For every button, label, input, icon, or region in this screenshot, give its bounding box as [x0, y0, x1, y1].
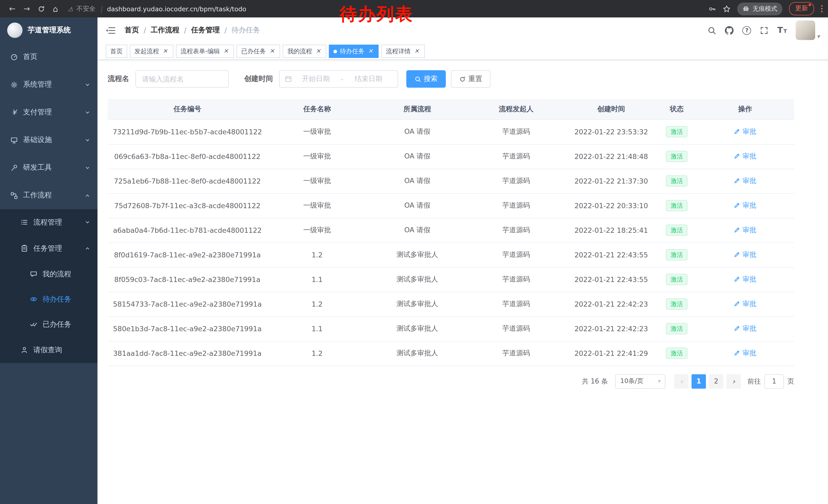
tab-1[interactable]: 发起流程: [130, 45, 173, 58]
fullscreen-icon[interactable]: [760, 26, 769, 35]
tab-close-icon[interactable]: [268, 48, 276, 55]
sidebar-item-workflow[interactable]: 工作流程: [0, 182, 97, 209]
sidebar-item-label: 待办任务: [43, 294, 71, 304]
browser-refresh-icon[interactable]: [34, 2, 48, 16]
tab-2[interactable]: 流程表单-编辑: [176, 45, 234, 58]
workflow-icon: [10, 191, 18, 199]
font-size-icon[interactable]: [777, 26, 787, 34]
tab-5[interactable]: 待办任务: [329, 45, 379, 58]
task-table: 任务编号任务名称所属流程流程发起人创建时间状态操作 73211d9d-7b9b-…: [108, 99, 794, 366]
key-icon[interactable]: [708, 5, 716, 12]
date-range-picker[interactable]: 开始日期 - 结束日期: [279, 70, 398, 88]
approve-label: 审批: [743, 324, 756, 333]
chevron-down-icon: [85, 220, 90, 225]
create-time-label: 创建时间: [244, 74, 273, 84]
jump-input[interactable]: [764, 374, 784, 388]
page-size-select[interactable]: 10条/页: [615, 374, 665, 388]
edit-icon: [734, 325, 741, 332]
start-date-placeholder: 开始日期: [292, 74, 340, 84]
cell-status: 激活: [657, 169, 696, 193]
column-header: 任务名称: [267, 99, 367, 120]
sidebar-toggle-icon[interactable]: [106, 26, 115, 35]
cell-task-id: 75d72608-7b7f-11ec-a3c8-acde48001122: [108, 193, 267, 218]
tab-0[interactable]: 首页: [106, 45, 127, 58]
cell-status: 激活: [657, 316, 696, 341]
sidebar-item-my-process[interactable]: 我的流程: [0, 262, 97, 287]
browser-menu-icon[interactable]: [821, 5, 823, 13]
approve-link[interactable]: 审批: [734, 201, 756, 210]
breadcrumb-item[interactable]: 工作流程: [151, 26, 179, 35]
approve-label: 审批: [743, 300, 756, 309]
table-row: 8f0d1619-7ac8-11ec-a9e2-a2380e71991a 1.2…: [108, 242, 794, 267]
tab-6[interactable]: 流程详情: [381, 45, 425, 58]
sidebar-item-system[interactable]: 系统管理: [0, 71, 97, 98]
page-button-2[interactable]: 2: [709, 374, 723, 388]
sidebar-item-todo-tasks[interactable]: 待办任务: [0, 287, 97, 312]
search-button[interactable]: 搜索: [406, 70, 446, 88]
approve-link[interactable]: 审批: [734, 250, 756, 260]
approve-link[interactable]: 审批: [734, 176, 756, 186]
breadcrumb-item[interactable]: 首页: [125, 26, 139, 35]
approve-link[interactable]: 审批: [734, 127, 756, 136]
approve-link[interactable]: 审批: [734, 152, 756, 161]
sidebar-item-payment[interactable]: 支付管理: [0, 98, 97, 126]
cell-status: 激活: [657, 292, 696, 316]
status-badge: 激活: [666, 249, 688, 261]
status-badge: 激活: [666, 323, 688, 334]
tab-close-icon[interactable]: [315, 48, 322, 55]
reset-button[interactable]: 重置: [451, 70, 490, 88]
cell-created: 2022-01-22 18:25:41: [565, 218, 657, 242]
update-button[interactable]: 更新: [789, 2, 814, 15]
approve-link[interactable]: 审批: [734, 275, 756, 284]
sidebar-item-devtools[interactable]: 研发工具: [0, 154, 97, 182]
sidebar-item-done-tasks[interactable]: 已办任务: [0, 312, 97, 337]
browser-back-icon[interactable]: [5, 2, 19, 16]
clipboard-icon: [20, 244, 28, 252]
tab-label: 已办任务: [241, 47, 266, 56]
cell-action: 审批: [696, 120, 794, 144]
cell-process: OA 请假: [367, 169, 468, 193]
chevron-down-icon: [657, 378, 660, 384]
page-button-1[interactable]: 1: [692, 374, 706, 388]
cell-process: 测试多审批人: [367, 267, 468, 292]
cell-task-name: 一级审批: [267, 144, 367, 169]
sidebar-item-task-mgmt[interactable]: 任务管理: [0, 235, 97, 262]
cell-created: 2022-01-21 22:43:55: [565, 267, 657, 292]
cell-task-name: 1.2: [267, 242, 367, 267]
search-icon[interactable]: [707, 26, 716, 35]
column-header: 流程发起人: [467, 99, 565, 120]
tab-close-icon[interactable]: [413, 48, 420, 55]
table-row: 381aa1dd-7ac8-11ec-a9e2-a2380e71991a 1.2…: [108, 341, 794, 366]
github-icon[interactable]: [725, 26, 734, 35]
cell-process: 测试多审批人: [367, 242, 468, 267]
sidebar-item-leave-query[interactable]: 请假查询: [0, 337, 97, 363]
bookmark-star-icon[interactable]: [723, 5, 731, 12]
sidebar-item-infra[interactable]: 基础设施: [0, 126, 97, 154]
browser-home-icon[interactable]: [48, 2, 63, 16]
browser-forward-icon[interactable]: [19, 2, 34, 16]
help-icon[interactable]: [742, 26, 751, 35]
tab-close-icon[interactable]: [222, 48, 230, 55]
next-page-button[interactable]: [727, 374, 741, 388]
cell-action: 审批: [696, 169, 794, 193]
approve-label: 审批: [743, 349, 756, 358]
table-row: a6aba0a4-7b6d-11ec-b781-acde48001122 一级审…: [108, 218, 794, 242]
approve-link[interactable]: 审批: [734, 300, 756, 309]
approve-link[interactable]: 审批: [734, 324, 756, 333]
prev-page-button[interactable]: [674, 374, 689, 388]
process-name-input[interactable]: [135, 70, 229, 88]
tab-close-icon[interactable]: [367, 48, 374, 55]
sidebar-item-home[interactable]: 首页: [0, 43, 97, 71]
tab-close-icon[interactable]: [162, 48, 169, 55]
sidebar-item-process-mgmt[interactable]: 流程管理: [0, 209, 97, 235]
tab-3[interactable]: 已办任务: [237, 45, 280, 58]
breadcrumb-item[interactable]: 任务管理: [191, 26, 220, 35]
edit-icon: [734, 276, 741, 283]
app-logo[interactable]: 芋道管理系统: [0, 17, 97, 43]
cell-task-name: 1.2: [267, 292, 367, 316]
approve-link[interactable]: 审批: [734, 226, 756, 235]
user-menu[interactable]: [796, 20, 820, 40]
cell-action: 审批: [696, 292, 794, 316]
tab-4[interactable]: 我的流程: [283, 45, 327, 58]
approve-link[interactable]: 审批: [734, 349, 756, 358]
